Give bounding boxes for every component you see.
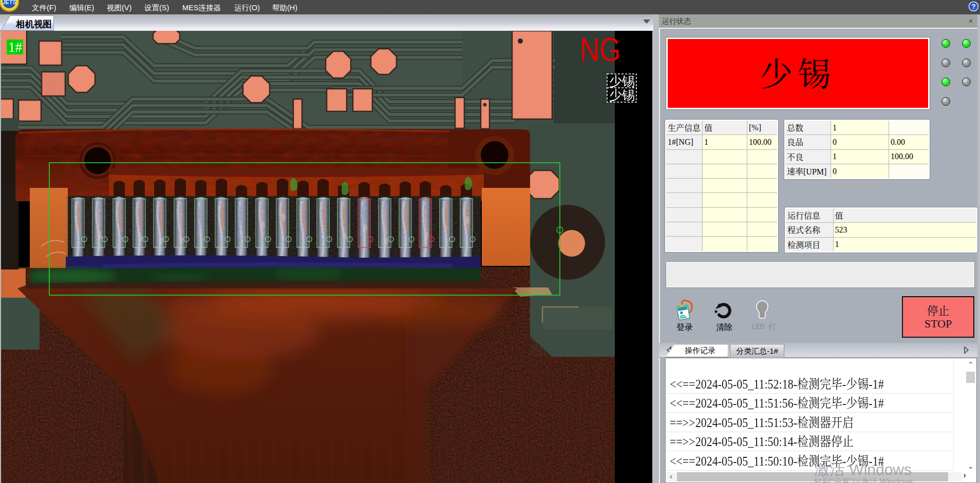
svg-text:NG: NG	[580, 31, 621, 68]
svg-text:少锡: 少锡	[609, 74, 635, 88]
svg-text:1#: 1#	[8, 40, 23, 55]
svg-text:少锡: 少锡	[609, 88, 635, 102]
svg-text:?: ?	[972, 3, 976, 10]
svg-text:JETS: JETS	[2, 0, 16, 5]
